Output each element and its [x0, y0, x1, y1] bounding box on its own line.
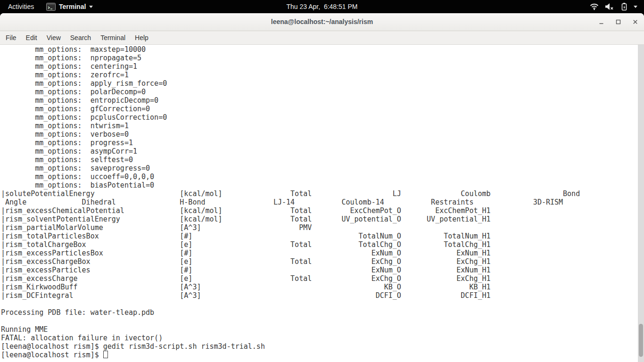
top-bar: Activities Terminal Thu 23 Apr, 6:48:51 … — [0, 0, 644, 13]
activities-button[interactable]: Activities — [6, 0, 36, 13]
titlebar[interactable]: leena@localhost:~/analysis/rism — [0, 13, 644, 31]
menu-item-help[interactable]: Help — [130, 31, 153, 44]
window-controls — [598, 13, 638, 31]
chevron-down-icon — [634, 6, 637, 8]
app-menu-terminal[interactable]: Terminal — [43, 0, 96, 13]
prompt-text: [leena@localhost rism]$ — [1, 351, 103, 359]
window-title: leena@localhost:~/analysis/rism — [0, 13, 644, 31]
menu-item-view[interactable]: View — [42, 31, 66, 44]
menu-item-file[interactable]: File — [1, 31, 21, 44]
prompt-line: [leena@localhost rism]$ — [0, 351, 644, 359]
minimize-button[interactable] — [598, 19, 604, 25]
terminal-output: mm_options: maxstep=10000 mm_options: np… — [0, 45, 644, 351]
wifi-icon — [590, 3, 599, 10]
menu-item-terminal[interactable]: Terminal — [96, 31, 130, 44]
screen: Activities Terminal Thu 23 Apr, 6:48:51 … — [0, 0, 644, 362]
terminal-scrollbar[interactable] — [638, 45, 644, 362]
maximize-button[interactable] — [615, 19, 621, 25]
status-area[interactable] — [587, 0, 640, 13]
terminal-cursor — [103, 351, 108, 358]
battery-icon — [621, 2, 627, 11]
terminal-screen[interactable]: mm_options: maxstep=10000 mm_options: np… — [0, 45, 644, 362]
clock[interactable]: Thu 23 Apr, 6:48:51 PM — [287, 0, 358, 13]
volume-muted-icon — [605, 3, 615, 10]
scrollbar-thumb[interactable] — [639, 324, 643, 357]
terminal-app-icon — [46, 3, 56, 11]
app-menu-label: Terminal — [59, 3, 86, 10]
chevron-down-icon — [89, 6, 93, 8]
menu-bar: File Edit View Search Terminal Help — [0, 31, 644, 45]
close-button[interactable] — [632, 19, 638, 25]
menu-item-search[interactable]: Search — [66, 31, 96, 44]
menu-item-edit[interactable]: Edit — [21, 31, 42, 44]
terminal-window: leena@localhost:~/analysis/rism File Ed — [0, 13, 644, 362]
